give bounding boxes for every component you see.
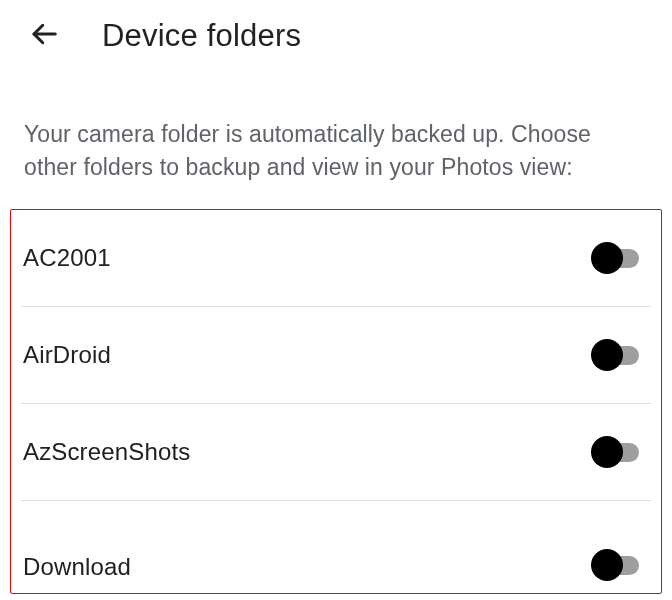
folder-toggle[interactable]: [591, 242, 645, 274]
folder-name-label: AC2001: [21, 244, 111, 272]
description-text: Your camera folder is automatically back…: [0, 80, 672, 209]
folder-toggle[interactable]: [591, 339, 645, 371]
folder-row[interactable]: Download: [21, 501, 651, 593]
header: Device folders: [0, 0, 672, 80]
arrow-left-icon: [29, 19, 59, 53]
back-button[interactable]: [24, 16, 64, 56]
folder-list: AC2001 AirDroid AzScreenShots Download: [11, 210, 661, 593]
folder-list-highlight: AC2001 AirDroid AzScreenShots Download: [10, 209, 662, 594]
toggle-thumb: [591, 549, 623, 581]
toggle-thumb: [591, 339, 623, 371]
folder-row[interactable]: AzScreenShots: [21, 404, 651, 501]
folder-name-label: AzScreenShots: [21, 438, 190, 466]
folder-row[interactable]: AC2001: [21, 210, 651, 307]
folder-name-label: Download: [21, 553, 131, 581]
folder-row[interactable]: AirDroid: [21, 307, 651, 404]
folder-toggle[interactable]: [591, 549, 645, 581]
toggle-thumb: [591, 242, 623, 274]
folder-name-label: AirDroid: [21, 341, 111, 369]
folder-toggle[interactable]: [591, 436, 645, 468]
page-title: Device folders: [102, 18, 301, 54]
toggle-thumb: [591, 436, 623, 468]
